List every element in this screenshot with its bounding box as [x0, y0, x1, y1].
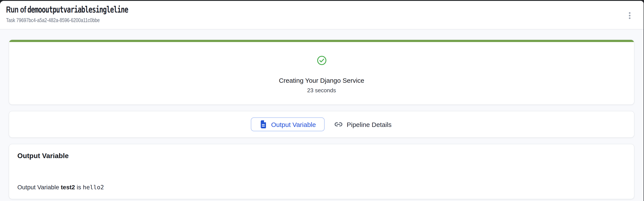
page-title-prefix: Run of: [6, 5, 26, 14]
tabs-card: Output Variable Pipeline Details: [9, 111, 634, 138]
content-area: Creating Your Django Service 23 seconds …: [0, 29, 644, 199]
link-icon: [334, 120, 343, 129]
page-header: Run ofdemooutputvariablesingleline Task …: [0, 1, 644, 29]
output-variable-line: Output Variable test2 is hello2: [17, 184, 626, 191]
check-circle-icon: [316, 55, 326, 65]
status-card: Creating Your Django Service 23 seconds: [9, 39, 634, 105]
app-window: Run ofdemooutputvariablesingleline Task …: [0, 0, 644, 201]
output-variable-card: Output Variable Output Variable test2 is…: [9, 144, 634, 199]
page-title: Run ofdemooutputvariablesingleline: [6, 5, 484, 14]
output-line-middle: is: [75, 184, 83, 191]
tab-output-variable-label: Output Variable: [271, 121, 316, 128]
output-variable-value: hello2: [83, 184, 104, 191]
document-icon: [259, 120, 267, 129]
status-duration: 23 seconds: [307, 87, 336, 94]
status-accent-bar: [9, 40, 634, 42]
tab-pipeline-details[interactable]: Pipeline Details: [333, 120, 392, 129]
run-name: demooutputvariablesingleline: [27, 4, 128, 15]
output-line-prefix: Output Variable: [17, 184, 61, 191]
task-id: Task 79697bc4-a5a2-482a-8596-6200a11c0bb…: [6, 17, 504, 23]
main-panel: Run ofdemooutputvariablesingleline Task …: [0, 1, 644, 201]
status-title: Creating Your Django Service: [279, 76, 364, 84]
kebab-menu-button[interactable]: [625, 10, 634, 21]
section-heading: Output Variable: [17, 152, 626, 160]
kebab-menu-icon: [625, 11, 634, 20]
tab-output-variable[interactable]: Output Variable: [250, 117, 324, 131]
output-variable-name: test2: [61, 184, 75, 191]
tab-pipeline-details-label: Pipeline Details: [347, 121, 392, 128]
